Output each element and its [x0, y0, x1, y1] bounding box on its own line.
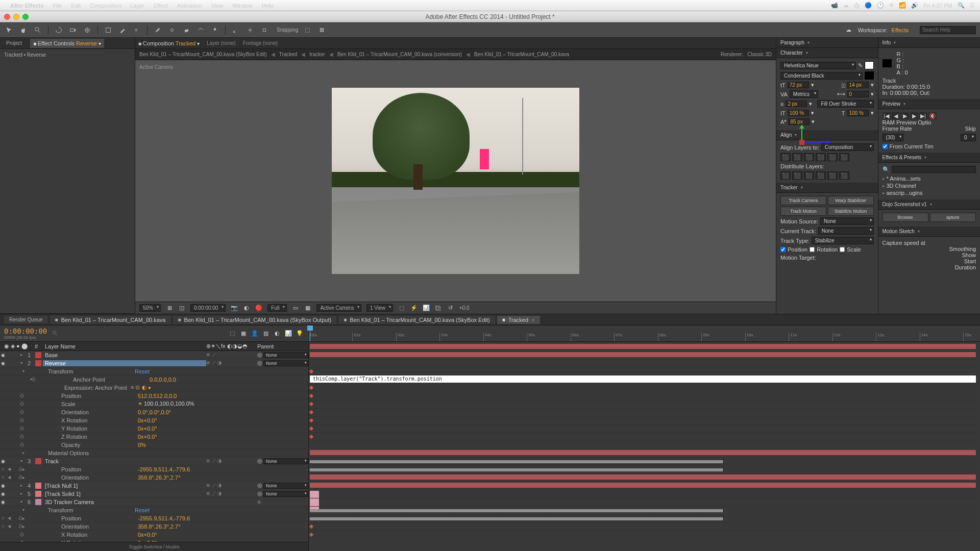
3d-view-dropdown[interactable]: Active Camera	[316, 304, 361, 312]
text-tool-icon[interactable]: T	[132, 25, 142, 35]
preset-search-input[interactable]	[892, 166, 976, 173]
layer-row[interactable]: ◉▾63D Tracker Camera⊛	[0, 498, 308, 506]
local-axis-icon[interactable]	[231, 25, 241, 35]
layer-row[interactable]: ◉▸4[Track Null 1]⊛ ／ ◑◎None	[0, 482, 308, 490]
parent-dropdown[interactable]: None	[263, 360, 308, 366]
status-icon[interactable]: ☁	[843, 2, 849, 9]
menu-animation[interactable]: Animation	[177, 3, 202, 9]
app-name[interactable]: After Effects	[10, 3, 43, 9]
align-to-dropdown[interactable]: Composition	[821, 143, 874, 151]
snap-edge-icon[interactable]: ⊞	[316, 25, 327, 35]
spotlight-icon[interactable]: 🔍	[958, 2, 965, 9]
property-orientation[interactable]: ÖOrientation0.0°,0.0°,0.0°	[0, 408, 308, 416]
menu-file[interactable]: File	[53, 3, 62, 9]
property-position[interactable]: ÖPosition512.0,512.0,0.0	[0, 392, 308, 400]
status-icon[interactable]: 📹	[831, 2, 838, 9]
hscale-field[interactable]: 100 %	[847, 110, 869, 116]
current-time[interactable]: 0:00:00:00	[190, 304, 226, 312]
status-icon[interactable]: 🔵	[865, 2, 872, 9]
parent-dropdown[interactable]: None	[263, 491, 308, 497]
view-layout-dropdown[interactable]: 1 View	[366, 304, 393, 312]
property-y-rotation[interactable]: ÖY Rotation0x+0.0°	[0, 424, 308, 433]
stroke-color[interactable]	[865, 71, 874, 80]
property-opacity[interactable]: ÖOpacity0%	[0, 441, 308, 449]
wifi-icon[interactable]: 📶	[899, 2, 906, 9]
tab-comp[interactable]: ■ Ben Klid_01 – TricarMount_CAM_00.kava …	[173, 316, 337, 324]
grid-icon[interactable]: ⊞	[166, 305, 173, 312]
first-frame-icon[interactable]: |◀	[883, 112, 891, 119]
parent-dropdown[interactable]: None	[263, 352, 308, 358]
snap-toggle-icon[interactable]: ⬚	[302, 25, 312, 35]
hand-tool-icon[interactable]	[18, 25, 29, 35]
vscale-field[interactable]: 100 %	[788, 110, 809, 116]
world-axis-icon[interactable]	[245, 25, 255, 35]
frame-rate-dropdown[interactable]: (30)	[883, 134, 904, 141]
graph-editor-icon[interactable]: 📊	[284, 329, 293, 338]
dist-icon[interactable]: ⬛	[839, 171, 849, 180]
snapping-label[interactable]: Snapping	[277, 27, 298, 33]
panel-motion-sketch[interactable]: Motion Sketch	[878, 227, 981, 237]
tracking-field[interactable]: 0	[847, 91, 869, 97]
roi-icon[interactable]: ▭	[292, 305, 299, 312]
track-motion-button[interactable]: Track Motion	[780, 207, 826, 216]
tab-composition[interactable]: ■ Composition Tracked ▾	[138, 40, 200, 46]
brush-tool-icon[interactable]	[153, 25, 163, 35]
nav-item[interactable]: tracker	[309, 52, 325, 57]
property-x-rotation[interactable]: ÖX Rotation0x+0.0°	[0, 416, 308, 424]
stroke-order-dropdown[interactable]: Fill Over Stroke	[817, 100, 873, 108]
nav-item[interactable]: Ben Klid_01 – TricarMount_CAM_00.kava (c…	[337, 52, 462, 57]
status-icon[interactable]: 🕐	[877, 2, 884, 9]
font-family-dropdown[interactable]: Helvetica Neue	[780, 62, 856, 69]
menu-effect[interactable]: Effect	[154, 3, 168, 9]
timeline-tracks[interactable]: thisComp.layer("Track").transform.positi…	[309, 342, 980, 551]
browse-button[interactable]: Browse	[883, 213, 928, 222]
panel-preview[interactable]: Preview	[878, 99, 981, 109]
nav-item[interactable]: Ben Klid_01 – TricarMount_CAM_00.kava	[474, 52, 569, 57]
align-bottom-icon[interactable]: ⬛	[839, 153, 849, 161]
track-position-checkbox[interactable]: Position	[780, 246, 807, 253]
comp-mini-flow-icon[interactable]: ⬚	[228, 329, 237, 338]
property-anchor-point[interactable]: ▾ÖAnchor Point0.0,0.0,0.0	[0, 375, 308, 384]
exposure-value[interactable]: +0.0	[459, 305, 470, 311]
reset-link[interactable]: Reset	[135, 507, 308, 513]
material-options-group[interactable]: ▸Material Options	[0, 449, 308, 457]
notif-icon[interactable]: ☰	[970, 2, 975, 9]
pan-behind-tool-icon[interactable]	[82, 25, 92, 35]
channel-icon[interactable]: 🔴	[255, 305, 262, 312]
track-scale-checkbox[interactable]: Scale	[840, 246, 861, 253]
dist-icon[interactable]: ⬛	[816, 171, 826, 180]
magnification-dropdown[interactable]: 50%	[139, 304, 161, 312]
puppet-tool-icon[interactable]	[210, 25, 220, 35]
flowchart-icon[interactable]: ⿻	[435, 305, 442, 312]
next-frame-icon[interactable]: ▶	[910, 112, 918, 119]
zoom-button[interactable]	[22, 14, 29, 20]
panel-effects-presets[interactable]: Effects & Presets	[878, 153, 981, 163]
tab-render-queue[interactable]: Render Queue	[4, 316, 48, 323]
renderer-dropdown[interactable]: Classic 3D	[747, 52, 772, 57]
eyedropper-icon[interactable]: ✎	[858, 62, 863, 69]
nav-item[interactable]: Ben Klid_01 – TricarMount_CAM_00.kava (S…	[139, 52, 267, 57]
preset-folder[interactable]: * Anima...sets	[883, 175, 976, 182]
mute-icon[interactable]: 🔇	[928, 112, 937, 119]
leading-field[interactable]: 14 px	[847, 82, 869, 88]
capture-button[interactable]: apture	[930, 213, 976, 222]
selection-tool-icon[interactable]	[4, 25, 14, 35]
mask-icon[interactable]: ◫	[178, 305, 185, 312]
motion-blur-icon[interactable]: ◐	[273, 329, 282, 338]
stabilize-motion-button[interactable]: Stabilize Motion	[828, 207, 874, 216]
brainstorm-icon[interactable]: 💡	[295, 329, 304, 338]
dist-icon[interactable]: ⬛	[827, 171, 838, 180]
close-button[interactable]	[4, 14, 10, 20]
tab-layer[interactable]: Layer (none)	[207, 40, 236, 46]
transform-group[interactable]: ▾TransformReset	[0, 367, 308, 375]
dist-icon[interactable]: ⬛	[792, 171, 802, 180]
expression-field[interactable]: thisComp.layer("Track").transform.positi…	[310, 375, 976, 383]
resolution-dropdown[interactable]: Full	[267, 304, 287, 312]
status-icon[interactable]: ⏻	[854, 3, 860, 9]
draft-3d-icon[interactable]: ▦	[239, 329, 248, 338]
time-ruler[interactable]: 00s01s02s03s04s05s06s07s08s09s10s11s12s1…	[309, 325, 980, 342]
warp-stabilizer-button[interactable]: Warp Stabilizer	[828, 196, 874, 205]
toggle-switches-modes[interactable]: Toggle Switches / Modes	[0, 542, 308, 551]
menu-window[interactable]: Window	[232, 3, 252, 9]
stroke-width-field[interactable]: 2 px	[786, 101, 807, 107]
